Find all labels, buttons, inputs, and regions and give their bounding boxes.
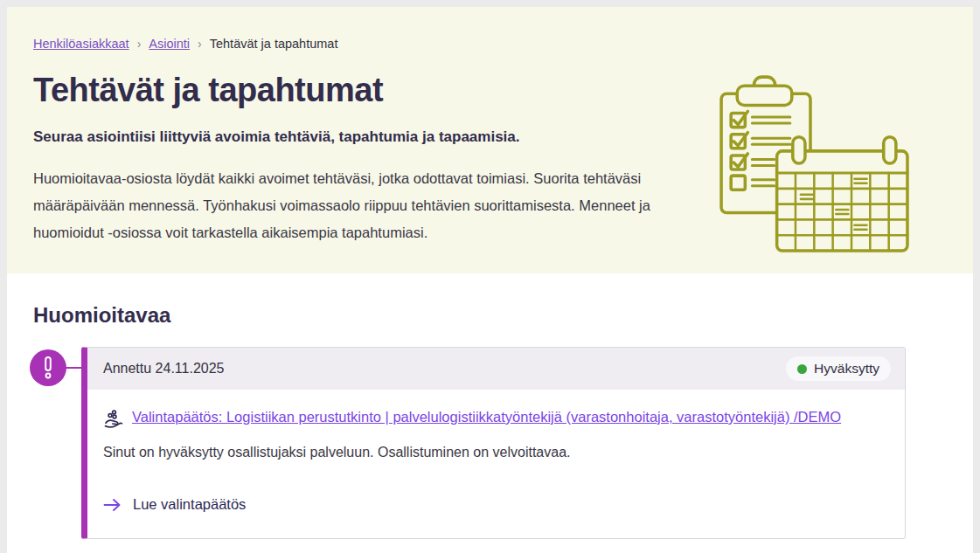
- task-card: Annettu 24.11.2025 Hyväksytty: [81, 347, 906, 539]
- status-dot-icon: [797, 364, 807, 374]
- section-title: Huomioitavaa: [33, 303, 947, 328]
- breadcrumb-separator-icon: ›: [137, 37, 142, 51]
- hero-lead-text: Seuraa asiointiisi liittyviä avoimia teh…: [33, 128, 698, 146]
- breadcrumb: Henkilöasiakkaat › Asiointi › Tehtävät j…: [33, 37, 973, 51]
- read-decision-label: Lue valintapäätös: [133, 496, 246, 513]
- issued-date-label: Annettu 24.11.2025: [103, 361, 225, 377]
- page: Henkilöasiakkaat › Asiointi › Tehtävät j…: [7, 7, 973, 553]
- hero-description-text: Huomioitavaa-osiosta löydät kaikki avoim…: [33, 165, 693, 246]
- hero-section: Henkilöasiakkaat › Asiointi › Tehtävät j…: [7, 7, 973, 273]
- task-card-header: Annettu 24.11.2025 Hyväksytty: [87, 348, 905, 390]
- read-decision-link[interactable]: Lue valintapäätös: [103, 496, 246, 513]
- task-card-body: Valintapäätös: Logistiikan perustutkinto…: [87, 390, 905, 538]
- arrow-right-icon: [103, 498, 122, 512]
- breadcrumb-link-asiointi[interactable]: Asiointi: [149, 37, 190, 51]
- status-badge: Hyväksytty: [786, 356, 891, 381]
- breadcrumb-separator-icon: ›: [198, 37, 202, 51]
- task-title-link[interactable]: Valintapäätös: Logistiikan perustutkinto…: [132, 409, 841, 425]
- task-card-wrapper: Annettu 24.11.2025 Hyväksytty: [81, 347, 947, 539]
- task-title-row: Valintapäätös: Logistiikan perustutkinto…: [103, 409, 887, 430]
- task-body-text: Sinut on hyväksytty osallistujaksi palve…: [103, 445, 887, 460]
- status-label: Hyväksytty: [814, 361, 879, 377]
- noteworthy-section: Huomioitavaa Annettu 24.11.2025 Hyväksyt…: [7, 273, 973, 553]
- breadcrumb-current: Tehtävät ja tapahtumat: [210, 37, 338, 51]
- breadcrumb-link-henkiloasiakkaat[interactable]: Henkilöasiakkaat: [33, 37, 129, 51]
- exclamation-circle-icon: [30, 349, 66, 386]
- hand-offering-icon: [103, 409, 124, 430]
- clipboard-calendar-illustration: [714, 72, 910, 253]
- card-connector-line: [66, 367, 81, 369]
